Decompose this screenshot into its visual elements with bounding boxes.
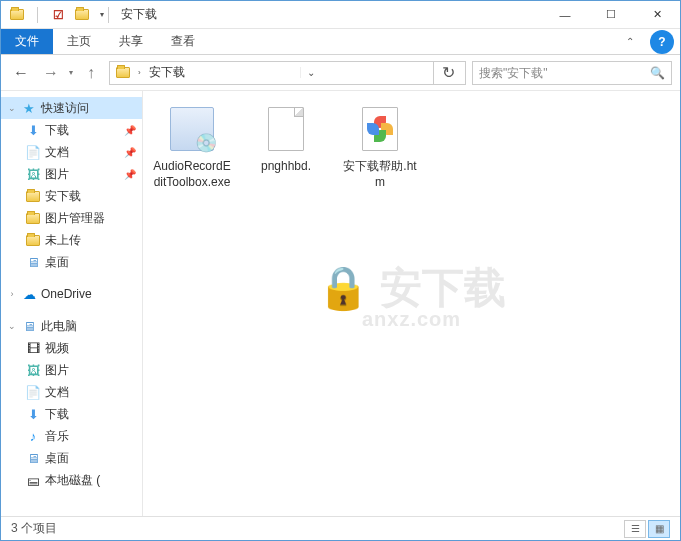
- sidebar-this-pc[interactable]: ⌄ 🖥 此电脑: [1, 315, 142, 337]
- chevron-right-icon[interactable]: ›: [7, 289, 17, 299]
- search-icon[interactable]: 🔍: [650, 66, 665, 80]
- sidebar-item-downloads[interactable]: ⬇ 下载: [1, 403, 142, 425]
- sidebar-item-pictures[interactable]: 🖼 图片 📌: [1, 163, 142, 185]
- tab-view[interactable]: 查看: [157, 29, 209, 54]
- sidebar-quick-access[interactable]: ⌄ ★ 快速访问: [1, 97, 142, 119]
- sidebar-item-documents[interactable]: 📄 文档 📌: [1, 141, 142, 163]
- quick-access-toolbar: ☑ ▾: [9, 7, 104, 23]
- sidebar-item-label: 下载: [45, 122, 69, 139]
- file-item-exe[interactable]: AudioRecordEditToolbox.exe: [151, 103, 233, 190]
- ribbon-minimize-icon[interactable]: ⌃: [616, 29, 644, 54]
- sidebar-item-folder[interactable]: 图片管理器: [1, 207, 142, 229]
- pin-icon: 📌: [124, 125, 136, 136]
- close-button[interactable]: ✕: [634, 1, 680, 29]
- watermark: 🔒 安下载 anxz.com: [317, 266, 507, 328]
- forward-button[interactable]: →: [39, 61, 63, 85]
- qat-dropdown-icon[interactable]: ▾: [100, 10, 104, 19]
- sidebar-item-documents[interactable]: 📄 文档: [1, 381, 142, 403]
- refresh-button[interactable]: ↻: [433, 62, 463, 84]
- blank-file-icon: [260, 103, 312, 155]
- file-name: AudioRecordEditToolbox.exe: [151, 159, 233, 190]
- sidebar-item-label: 桌面: [45, 254, 69, 271]
- address-dropdown-icon[interactable]: ⌄: [300, 67, 321, 78]
- desktop-icon: 🖥: [25, 254, 41, 270]
- new-folder-icon[interactable]: [74, 7, 90, 23]
- sidebar-item-label: 此电脑: [41, 318, 77, 335]
- app-folder-icon[interactable]: [9, 7, 25, 23]
- sidebar-item-label: 音乐: [45, 428, 69, 445]
- sidebar-item-label: 安下载: [45, 188, 81, 205]
- sidebar-item-music[interactable]: ♪ 音乐: [1, 425, 142, 447]
- divider: [37, 7, 38, 23]
- disk-icon: 🖴: [25, 472, 41, 488]
- file-item-blank[interactable]: pnghhbd.: [245, 103, 327, 175]
- exe-icon: [166, 103, 218, 155]
- desktop-icon: 🖥: [25, 450, 41, 466]
- computer-icon: 🖥: [21, 318, 37, 334]
- navigation-bar: ← → ▾ ↑ › 安下载 ⌄ ↻ 🔍: [1, 55, 680, 91]
- recent-locations-icon[interactable]: ▾: [69, 68, 73, 77]
- address-bar[interactable]: › 安下载 ⌄ ↻: [109, 61, 466, 85]
- sidebar-item-desktop[interactable]: 🖥 桌面: [1, 251, 142, 273]
- tab-share[interactable]: 共享: [105, 29, 157, 54]
- minimize-button[interactable]: —: [542, 1, 588, 29]
- tab-file[interactable]: 文件: [1, 29, 53, 54]
- chevron-right-icon[interactable]: ›: [134, 68, 145, 77]
- sidebar-item-pictures[interactable]: 🖼 图片: [1, 359, 142, 381]
- picture-icon: 🖼: [25, 166, 41, 182]
- folder-icon: [25, 210, 41, 226]
- title-bar: ☑ ▾ 安下载 — ☐ ✕: [1, 1, 680, 29]
- search-input[interactable]: [479, 66, 650, 80]
- folder-icon: [25, 188, 41, 204]
- sidebar-item-label: 图片: [45, 362, 69, 379]
- sidebar-item-videos[interactable]: 🎞 视频: [1, 337, 142, 359]
- sidebar-item-label: 下载: [45, 406, 69, 423]
- address-folder-icon[interactable]: [112, 67, 134, 78]
- search-box[interactable]: 🔍: [472, 61, 672, 85]
- sidebar-item-folder[interactable]: 未上传: [1, 229, 142, 251]
- details-view-button[interactable]: ☰: [624, 520, 646, 538]
- sidebar-item-label: 本地磁盘 (: [45, 472, 100, 489]
- window-controls: — ☐ ✕: [542, 1, 680, 29]
- properties-icon[interactable]: ☑: [50, 7, 66, 23]
- download-icon: ⬇: [25, 406, 41, 422]
- file-item-htm[interactable]: 安下载帮助.htm: [339, 103, 421, 190]
- sidebar-item-downloads[interactable]: ⬇ 下载 📌: [1, 119, 142, 141]
- sidebar-item-disk[interactable]: 🖴 本地磁盘 (: [1, 469, 142, 491]
- sidebar-item-label: 桌面: [45, 450, 69, 467]
- help-button[interactable]: ?: [650, 30, 674, 54]
- item-count: 3 个项目: [11, 520, 57, 537]
- picture-icon: 🖼: [25, 362, 41, 378]
- onedrive-icon: ☁: [21, 286, 37, 302]
- back-button[interactable]: ←: [9, 61, 33, 85]
- sidebar-item-desktop[interactable]: 🖥 桌面: [1, 447, 142, 469]
- status-bar: 3 个项目 ☰ ▦: [1, 516, 680, 540]
- sidebar-item-label: 未上传: [45, 232, 81, 249]
- file-list[interactable]: 🔒 安下载 anxz.com AudioRecordEditToolbox.ex…: [143, 91, 680, 516]
- chevron-down-icon[interactable]: ⌄: [7, 103, 17, 113]
- star-icon: ★: [21, 100, 37, 116]
- document-icon: 📄: [25, 384, 41, 400]
- file-name: 安下载帮助.htm: [339, 159, 421, 190]
- sidebar-item-label: 图片: [45, 166, 69, 183]
- up-button[interactable]: ↑: [79, 61, 103, 85]
- sidebar-item-folder[interactable]: 安下载: [1, 185, 142, 207]
- folder-icon: [25, 232, 41, 248]
- sidebar-item-label: 视频: [45, 340, 69, 357]
- explorer-body: ⌄ ★ 快速访问 ⬇ 下载 📌 📄 文档 📌 🖼 图片 📌 安下载 图片管理器: [1, 91, 680, 516]
- video-icon: 🎞: [25, 340, 41, 356]
- htm-icon: [354, 103, 406, 155]
- sidebar-onedrive[interactable]: › ☁ OneDrive: [1, 283, 142, 305]
- navigation-pane[interactable]: ⌄ ★ 快速访问 ⬇ 下载 📌 📄 文档 📌 🖼 图片 📌 安下载 图片管理器: [1, 91, 143, 516]
- icons-view-button[interactable]: ▦: [648, 520, 670, 538]
- document-icon: 📄: [25, 144, 41, 160]
- download-icon: ⬇: [25, 122, 41, 138]
- tab-home[interactable]: 主页: [53, 29, 105, 54]
- sidebar-item-label: 文档: [45, 144, 69, 161]
- maximize-button[interactable]: ☐: [588, 1, 634, 29]
- address-segment[interactable]: 安下载: [145, 64, 189, 81]
- file-name: pnghhbd.: [261, 159, 311, 175]
- ribbon: 文件 主页 共享 查看 ⌃ ?: [1, 29, 680, 55]
- chevron-down-icon[interactable]: ⌄: [7, 321, 17, 331]
- divider: [108, 7, 109, 23]
